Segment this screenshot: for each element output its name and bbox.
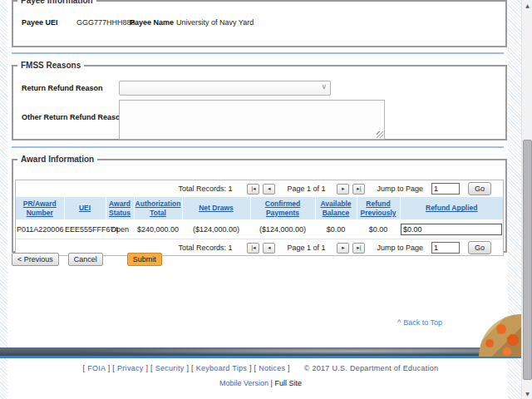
other-return-refund-reason-label: Other Return Refund Reason (22, 113, 125, 121)
cell-uei: EEE555FFF674 (64, 219, 106, 239)
sort-header-uei[interactable]: UEI (64, 197, 106, 219)
resize-handle-icon[interactable] (377, 131, 383, 138)
first-page-button[interactable]: |◂ (247, 184, 259, 195)
total-records-label: Total Records: 1 (178, 185, 232, 193)
bracket: [ (83, 364, 86, 372)
footer-link-foia[interactable]: FOIA (87, 364, 106, 372)
payee-name-label: Payee Name (130, 18, 174, 27)
jump-to-page-input[interactable] (431, 183, 460, 195)
refund-applied-input[interactable] (401, 224, 502, 235)
total-records-label: Total Records: 1 (178, 244, 232, 252)
sort-header-award-status[interactable]: Award Status (106, 197, 134, 219)
first-page-button[interactable]: |◂ (247, 243, 259, 254)
scrollbar-thumb[interactable] (523, 140, 532, 380)
caret-up-icon: ^ (397, 318, 401, 327)
cell-confirmed-payments: ($124,000.00) (250, 219, 315, 239)
payee-uei-label: Payee UEI (22, 18, 58, 27)
cell-award-status: Open (106, 219, 134, 239)
payee-uei-value: GGG777HHH888 (76, 18, 135, 27)
chevron-down-icon: ∨ (321, 82, 327, 91)
bracket: ] (145, 364, 148, 372)
award-table-container: Total Records: 1 |◂ ◂ Page 1 of 1 ▸ ▸| J… (15, 180, 504, 256)
prev-page-button[interactable]: ◂ (263, 184, 275, 195)
bracket: [ (254, 364, 257, 372)
cell-refund-previously: $0.00 (357, 219, 400, 239)
vertical-scrollbar[interactable]: ▲ ▼ (521, 0, 532, 399)
pagination-bar-top: Total Records: 1 |◂ ◂ Page 1 of 1 ▸ ▸| J… (16, 180, 503, 197)
jump-to-page-label: Jump to Page (377, 244, 423, 252)
cell-refund-applied (400, 219, 503, 239)
sort-header-authorization-total[interactable]: Authorization Total (134, 197, 182, 219)
page-footer: [ FOIA ] [ Privacy ] [ Security ] [ Keyb… (0, 364, 521, 387)
footer-link-keyboard-tips[interactable]: Keyboard Tips (196, 364, 247, 372)
bracket: ] (186, 364, 189, 372)
return-refund-reason-label: Return Refund Reason (22, 84, 103, 92)
copyright-text: © 2017 U.S. Department of Education (304, 364, 439, 372)
bracket: ] (288, 364, 290, 372)
payee-information-section: Payee Information Payee UEI GGG777HHH888… (12, 0, 507, 47)
award-section-legend: Award Information (17, 155, 97, 164)
bracket: [ (112, 364, 115, 372)
section-divider (12, 52, 504, 54)
cancel-button[interactable]: Cancel (68, 253, 103, 266)
award-information-section: Award Information Total Records: 1 |◂ ◂ … (12, 155, 507, 253)
back-to-top-link[interactable]: ^Back to Top (397, 318, 442, 327)
footer-blue-rule (0, 356, 521, 358)
go-button[interactable]: Go (468, 241, 491, 254)
table-header-row: PR/Award Number UEI Award Status Authori… (16, 197, 503, 219)
fmss-section-legend: FMSS Reasons (17, 61, 84, 70)
payee-section-legend: Payee Information (17, 0, 96, 5)
next-page-button[interactable]: ▸ (337, 243, 349, 254)
footer-separator: | (271, 379, 273, 387)
full-site-label: Full Site (274, 379, 302, 387)
back-to-top-label: Back to Top (403, 318, 442, 327)
table-row: P011A220006 EEE555FFF674 Open $240,000.0… (16, 219, 503, 239)
cell-available-balance: $0.00 (315, 219, 357, 239)
cell-pr-award-number: P011A220006 (16, 219, 64, 239)
bracket: ] (249, 364, 252, 372)
action-button-bar: < Previous Cancel Submit (12, 253, 162, 266)
mobile-version-link[interactable]: Mobile Version (219, 379, 268, 387)
bracket: ] (108, 364, 111, 372)
footer-links-line: [ FOIA ] [ Privacy ] [ Security ] [ Keyb… (0, 364, 521, 372)
bracket: [ (150, 364, 153, 372)
previous-button[interactable]: < Previous (12, 253, 59, 266)
page-indicator: Page 1 of 1 (287, 244, 325, 252)
footer-link-privacy[interactable]: Privacy (117, 364, 144, 372)
footer-band (0, 347, 521, 356)
last-page-button[interactable]: ▸| (352, 243, 365, 254)
go-button[interactable]: Go (468, 182, 491, 195)
award-table: PR/Award Number UEI Award Status Authori… (16, 197, 503, 239)
sort-header-net-draws[interactable]: Net Draws (182, 197, 250, 219)
return-refund-reason-select[interactable]: ∨ (119, 81, 331, 96)
other-return-refund-reason-textarea[interactable] (119, 100, 385, 140)
sort-header-pr-award-number[interactable]: PR/Award Number (16, 197, 64, 219)
submit-button[interactable]: Submit (127, 253, 162, 266)
scroll-up-icon[interactable]: ▲ (522, 0, 532, 11)
app-window: Payee Information Payee UEI GGG777HHH888… (0, 0, 532, 399)
scroll-down-icon[interactable]: ▼ (522, 388, 532, 399)
payee-name-value: University of Navy Yard (176, 18, 254, 27)
section-divider (12, 146, 504, 148)
footer-link-notices[interactable]: Notices (259, 364, 285, 372)
cell-net-draws: ($124,000.00) (182, 219, 250, 239)
cell-authorization-total: $240,000.00 (134, 219, 182, 239)
footer-link-security[interactable]: Security (155, 364, 185, 372)
jump-to-page-label: Jump to Page (377, 185, 423, 193)
decorative-classroom-image (479, 314, 521, 357)
footer-mobile-line: Mobile Version | Full Site (0, 379, 521, 387)
sort-header-refund-previously[interactable]: Refund Previously (357, 197, 400, 219)
next-page-button[interactable]: ▸ (337, 184, 349, 195)
bracket: [ (191, 364, 194, 372)
sort-header-confirmed-payments[interactable]: Confirmed Payments (250, 197, 315, 219)
prev-page-button[interactable]: ◂ (263, 243, 275, 254)
last-page-button[interactable]: ▸| (352, 184, 365, 195)
jump-to-page-input[interactable] (431, 242, 460, 254)
sort-header-available-balance[interactable]: Available Balance (315, 197, 357, 219)
sort-header-refund-applied[interactable]: Refund Applied (400, 197, 503, 219)
fmss-reasons-section: FMSS Reasons Return Refund Reason ∨ Othe… (12, 61, 507, 140)
page-margin-texture-left (0, 0, 7, 399)
page-indicator: Page 1 of 1 (287, 185, 325, 193)
